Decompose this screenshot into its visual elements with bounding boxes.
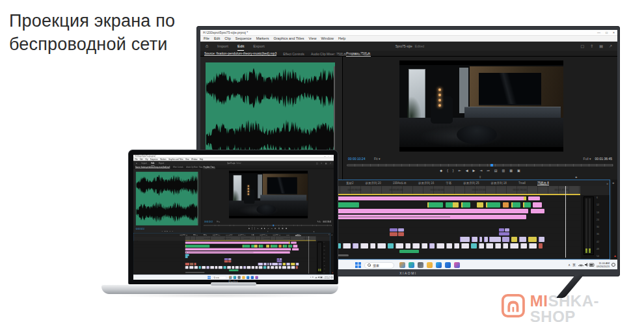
- transport-button-11[interactable]: ▣: [286, 227, 287, 229]
- timeline-clip[interactable]: [185, 245, 209, 247]
- timeline-clip[interactable]: [267, 263, 269, 265]
- timeline-clip[interactable]: [495, 243, 501, 248]
- timeline-clip[interactable]: [185, 263, 189, 265]
- quality-dropdown[interactable]: Full ▾: [584, 157, 591, 161]
- taskbar-search[interactable]: 搜索: [364, 262, 394, 269]
- header-icon-2[interactable]: ▤: [325, 162, 327, 165]
- timeline-clip[interactable]: [259, 245, 263, 247]
- timeline-clip[interactable]: [195, 266, 198, 269]
- menu-graphics-and-titles[interactable]: Graphics and Titles: [274, 36, 304, 40]
- transport-button-1[interactable]: {: [252, 227, 252, 229]
- app-store-icon[interactable]: [251, 276, 254, 279]
- timeline-clip[interactable]: [272, 263, 278, 265]
- timeline-clip[interactable]: [255, 266, 258, 269]
- sequence-tab-20[interactable]: 嵌套序列 20: [213, 234, 221, 236]
- timeline-clip[interactable]: [524, 196, 526, 200]
- app-explorer-icon[interactable]: [242, 276, 245, 279]
- menu-clip[interactable]: Clip: [145, 158, 148, 160]
- timeline-clip[interactable]: [258, 263, 263, 265]
- sequence-tab-2[interactable]: 素材2: [204, 234, 208, 236]
- sequence-tab-18[interactable]: 嵌套序列 18: [273, 234, 281, 236]
- sequence-tab-25[interactable]: 嵌套序列 25: [463, 181, 479, 185]
- alert-icon[interactable]: ▲: [613, 254, 617, 258]
- transport-button-10[interactable]: ▦: [509, 168, 513, 172]
- menu-window[interactable]: Window: [191, 158, 197, 160]
- sequence-tab-16[interactable]: 嵌套序列 16: [238, 234, 246, 236]
- timeline-clip[interactable]: [446, 243, 452, 248]
- transport-button-7[interactable]: ↦: [271, 227, 273, 229]
- app-explorer-icon[interactable]: [427, 262, 433, 268]
- timeline-clip[interactable]: [477, 202, 483, 208]
- app-edge-icon[interactable]: [247, 276, 249, 279]
- timeline-clip[interactable]: [271, 266, 274, 269]
- panel-tab-source-fixation-pendulum[interactable]: Source: fixation-pendulum-theory-music(b…: [135, 166, 170, 168]
- timeline-clip[interactable]: [291, 263, 295, 265]
- waveform-scrollbar[interactable]: [198, 174, 198, 223]
- app-files-dark-icon[interactable]: [237, 276, 240, 279]
- timeline-clip[interactable]: [259, 266, 263, 269]
- timeline-clip[interactable]: [405, 243, 410, 248]
- share-icon[interactable]: ⇧: [479, 175, 481, 179]
- tab-program-monitor[interactable]: Program: 75思杰: [346, 51, 371, 57]
- timeline-clip[interactable]: [235, 266, 239, 269]
- sequence-tabs-overflow-icon[interactable]: »: [606, 181, 608, 185]
- menu-help[interactable]: Help: [338, 36, 345, 40]
- transport-button-1[interactable]: {: [447, 168, 448, 172]
- app-meet-now-icon[interactable]: [229, 276, 232, 279]
- timeline-clip[interactable]: [461, 243, 469, 248]
- panel-plus-icon[interactable]: +: [331, 234, 332, 235]
- timeline-clip[interactable]: [471, 243, 477, 248]
- sequence-tabs-overflow-icon[interactable]: »: [329, 234, 329, 236]
- transport-button-4[interactable]: ◀: [261, 227, 262, 229]
- timeline-clip[interactable]: [531, 209, 544, 213]
- timeline-clip[interactable]: [499, 228, 504, 232]
- header-icon-3[interactable]: ↗: [330, 162, 331, 165]
- transport-button-2[interactable]: }: [453, 168, 454, 172]
- transport-button-0[interactable]: ◆: [440, 168, 442, 172]
- transport-button-5[interactable]: ▶: [473, 168, 476, 172]
- timeline-clip[interactable]: [202, 266, 206, 269]
- taskbar-clock[interactable]: 11:00 AM 09/26/2023: [597, 262, 610, 268]
- windows-start-button[interactable]: [355, 262, 361, 268]
- timeline-clip[interactable]: [388, 243, 394, 248]
- minimize-button[interactable]: —: [597, 30, 600, 36]
- timeline-clip[interactable]: [189, 266, 193, 269]
- menu-sequence[interactable]: Sequence: [150, 158, 158, 160]
- app-tab-export[interactable]: Export: [253, 42, 264, 50]
- timeline-clip[interactable]: [239, 266, 242, 269]
- sequence-tab-pc[interactable]: 素材pC: [193, 234, 198, 236]
- timeline-clip[interactable]: [505, 228, 509, 232]
- app-tab-import[interactable]: Import: [217, 42, 228, 50]
- add-panel-icon[interactable]: +: [314, 230, 315, 232]
- timeline-clip[interactable]: [503, 243, 508, 248]
- timeline-clip[interactable]: [533, 202, 542, 208]
- timeline-clip[interactable]: [398, 232, 404, 236]
- timeline-clip[interactable]: [283, 245, 288, 247]
- timeline-clip[interactable]: [286, 263, 289, 265]
- maximize-button[interactable]: □: [606, 30, 608, 36]
- timeline-clip[interactable]: [308, 209, 528, 213]
- timeline-playhead[interactable]: [565, 186, 566, 258]
- timeline-clip[interactable]: [486, 202, 500, 208]
- timeline-clip[interactable]: [195, 263, 196, 265]
- taskbar-clock[interactable]: 11:00 AM 09/26/2023: [324, 276, 330, 279]
- timeline-clip[interactable]: [283, 263, 286, 265]
- transport-button-0[interactable]: ◆: [248, 227, 250, 229]
- sequence-tab-22[interactable]: 嵌套序列 22: [180, 234, 188, 236]
- transport-button-8[interactable]: ▤: [275, 227, 276, 229]
- transport-button-3[interactable]: ⇤: [258, 227, 259, 229]
- timeline-clip[interactable]: [308, 196, 526, 200]
- timeline-clip[interactable]: [461, 202, 470, 208]
- transport-button-5[interactable]: ▶: [264, 227, 265, 229]
- timeline-clip[interactable]: [398, 228, 404, 232]
- sequence-tab-75-8[interactable]: 75思杰 8: [295, 234, 301, 235]
- timeline-clip[interactable]: [353, 243, 358, 248]
- scrubber-playhead[interactable]: [490, 164, 493, 167]
- timeline-clip[interactable]: [360, 243, 368, 248]
- tray-expand-icon[interactable]: ∧: [568, 263, 570, 267]
- menu-help[interactable]: Help: [200, 158, 203, 160]
- timeline-clip[interactable]: [224, 260, 228, 262]
- timeline-clip[interactable]: [185, 242, 290, 244]
- sequence-tab-16[interactable]: 嵌套序列 16: [418, 181, 434, 185]
- app-meet-now-icon[interactable]: [399, 262, 405, 268]
